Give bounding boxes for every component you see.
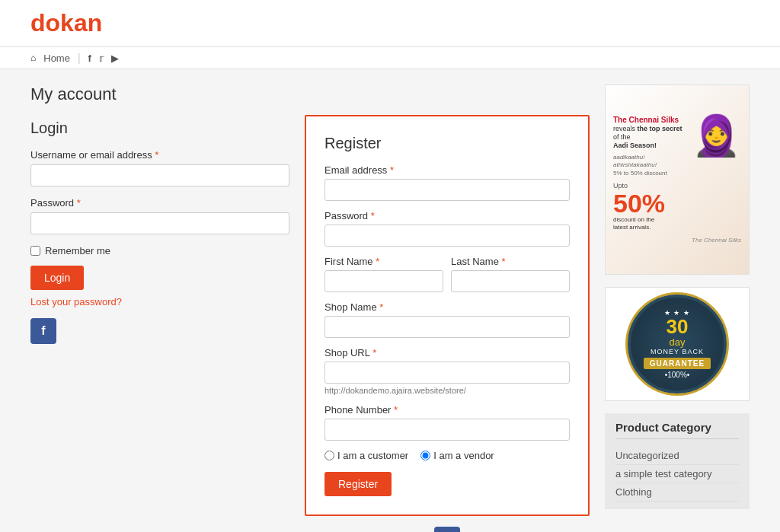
category-link-uncategorized[interactable]: Uncategorized xyxy=(615,450,679,461)
right-column: The Chennai Silks reveals the top secret… xyxy=(605,84,750,532)
nav-home[interactable]: Home xyxy=(43,53,70,64)
nav-youtube[interactable]: ▶ xyxy=(111,53,119,64)
category-link-clothing[interactable]: Clothing xyxy=(615,486,652,498)
main-content: My account Login Username or email addre… xyxy=(0,69,780,532)
register-title: Register xyxy=(324,135,570,152)
first-name-input[interactable] xyxy=(324,270,443,292)
category-link-test[interactable]: a simple test category xyxy=(615,468,711,479)
username-input[interactable] xyxy=(30,164,289,186)
shop-url-label: Shop URL * xyxy=(324,347,570,358)
password-required: * xyxy=(77,197,81,209)
email-required: * xyxy=(390,164,394,176)
left-column: My account Login Username or email addre… xyxy=(30,84,289,532)
guarantee-pct: •100%• xyxy=(665,371,690,379)
login-button[interactable]: Login xyxy=(30,266,84,290)
last-name-input[interactable] xyxy=(451,270,570,292)
logo: dokan xyxy=(30,9,750,37)
reg-password-label: Password * xyxy=(324,210,570,221)
email-group: Email address * xyxy=(324,164,570,201)
vendor-radio-label[interactable]: I am a vendor xyxy=(420,450,494,461)
facebook-login-button[interactable]: f xyxy=(30,318,56,344)
remember-label: Remember me xyxy=(45,245,110,256)
guarantee-badge: ★ ★ ★ 30 day MONEY BACK GUARANTEE •100%• xyxy=(628,295,727,393)
reg-password-group: Password * xyxy=(324,210,570,247)
ad-banner: The Chennai Silks reveals the top secret… xyxy=(605,84,750,275)
last-name-label: Last Name * xyxy=(451,256,570,267)
nav-twitter[interactable]: 𝕣 xyxy=(99,53,104,64)
nav-facebook[interactable]: f xyxy=(88,53,91,64)
shop-name-input[interactable] xyxy=(324,316,570,338)
shop-url-hint: http://dokandemo.ajaira.website/store/ xyxy=(324,386,570,395)
nav-separator: | xyxy=(78,52,81,64)
ad-content: The Chennai Silks reveals the top secret… xyxy=(606,85,749,274)
center-column: Register Email address * Password * xyxy=(305,84,590,532)
header: dokan xyxy=(0,0,780,47)
logo-d: d xyxy=(30,9,46,37)
phone-input[interactable] xyxy=(324,419,570,441)
login-section-title: Login xyxy=(30,119,289,137)
guarantee-label: GUARANTEE xyxy=(644,358,711,369)
guarantee-box: ★ ★ ★ 30 day MONEY BACK GUARANTEE •100%• xyxy=(605,287,750,401)
username-label: Username or email address * xyxy=(30,149,289,161)
reg-password-required: * xyxy=(371,210,375,221)
register-box: Register Email address * Password * xyxy=(305,115,590,516)
username-required: * xyxy=(155,149,158,161)
phone-label: Phone Number * xyxy=(324,404,570,416)
lost-password-link[interactable]: Lost your password? xyxy=(30,296,289,307)
first-name-label: First Name * xyxy=(324,256,443,267)
facebook-register-button[interactable]: f xyxy=(434,527,460,532)
shop-url-input[interactable] xyxy=(324,362,570,384)
register-button[interactable]: Register xyxy=(324,472,392,496)
password-label: Password * xyxy=(30,197,289,209)
nav-bar: ⌂ Home | f 𝕣 ▶ xyxy=(0,47,780,69)
list-item: Clothing xyxy=(615,483,739,502)
guarantee-day: day xyxy=(670,336,686,348)
reg-password-input[interactable] xyxy=(324,225,570,247)
customer-radio[interactable] xyxy=(324,451,334,460)
role-radio-row: I am a customer I am a vendor xyxy=(324,450,570,461)
list-item: a simple test category xyxy=(615,465,739,483)
logo-rest: okan xyxy=(46,9,103,37)
last-name-group: Last Name * xyxy=(451,256,570,292)
phone-group: Phone Number * xyxy=(324,404,570,441)
customer-radio-label[interactable]: I am a customer xyxy=(324,450,408,461)
email-input[interactable] xyxy=(324,179,570,201)
home-icon: ⌂ xyxy=(30,53,36,63)
password-input[interactable] xyxy=(30,212,289,234)
username-group: Username or email address * xyxy=(30,149,289,186)
list-item: Uncategorized xyxy=(615,447,739,465)
shop-url-group: Shop URL * http://dokandemo.ajaira.websi… xyxy=(324,347,570,395)
page-title: My account xyxy=(30,84,289,104)
email-label: Email address * xyxy=(324,164,570,176)
name-row: First Name * Last Name * xyxy=(324,256,570,301)
first-name-group: First Name * xyxy=(324,256,443,292)
guarantee-days: 30 xyxy=(667,317,689,336)
vendor-radio[interactable] xyxy=(420,451,430,460)
product-category-box: Product Category Uncategorized a simple … xyxy=(605,413,750,509)
password-group: Password * xyxy=(30,197,289,234)
guarantee-money: MONEY BACK xyxy=(651,348,704,355)
remember-row: Remember me xyxy=(30,245,289,256)
product-category-title: Product Category xyxy=(615,421,739,439)
shop-name-group: Shop Name * xyxy=(324,301,570,338)
shop-name-label: Shop Name * xyxy=(324,301,570,313)
remember-checkbox[interactable] xyxy=(30,246,40,256)
category-list: Uncategorized a simple test category Clo… xyxy=(615,447,739,502)
